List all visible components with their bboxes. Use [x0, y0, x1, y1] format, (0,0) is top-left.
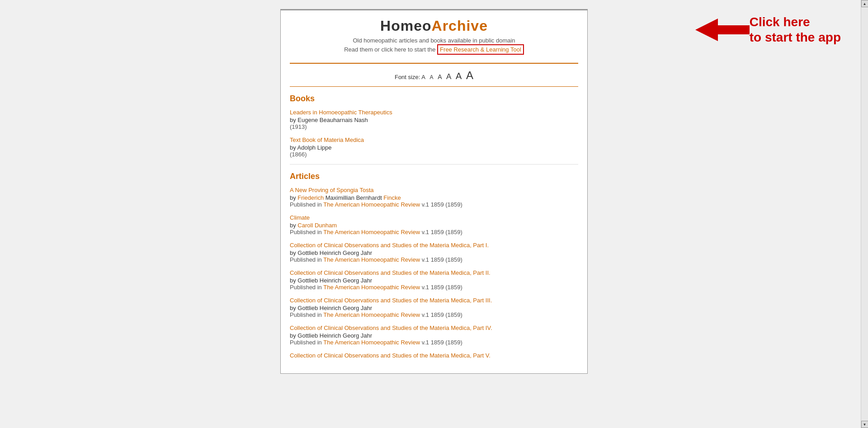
- book-title-1[interactable]: Leaders in Homoeopathic Therapeutics: [290, 109, 578, 116]
- article-author-6: by Gottlieb Heinrich Georg Jahr: [290, 332, 578, 339]
- articles-heading: Articles: [281, 170, 587, 185]
- arrow-icon: [695, 16, 750, 43]
- click-here-annotation: Click here to start the app: [695, 14, 841, 45]
- book-year-1: (1913): [290, 123, 578, 130]
- font-size-label: Font size: A: [395, 74, 425, 80]
- tagline-line1: Old homeopathic articles and books avail…: [353, 37, 515, 44]
- book-author-2: by Adolph Lippe: [290, 144, 578, 151]
- article-author-4: by Gottlieb Heinrich Georg Jahr: [290, 277, 578, 284]
- article-published-2: Published in The American Homoeopathic R…: [290, 229, 578, 235]
- article-item: Collection of Clinical Observations and …: [281, 240, 587, 268]
- article-title-5[interactable]: Collection of Clinical Observations and …: [290, 297, 578, 304]
- header-divider: [290, 63, 578, 64]
- article-author-1: by Friederich Maximillian Bernhardt Finc…: [290, 194, 578, 201]
- scroll-track[interactable]: [861, 7, 868, 421]
- article-title-7[interactable]: Collection of Clinical Observations and …: [290, 352, 578, 359]
- article-author-2: by Caroll Dunham: [290, 222, 578, 229]
- free-tool-link[interactable]: Free Research & Learning Tool: [440, 46, 521, 53]
- article-title-6[interactable]: Collection of Clinical Observations and …: [290, 325, 578, 331]
- content-divider: [290, 86, 578, 87]
- tagline-line2: Read them or click here to start the: [344, 46, 437, 53]
- font-size-a3[interactable]: A: [446, 72, 451, 81]
- scroll-down-button[interactable]: ▼: [861, 421, 868, 428]
- header-section: HomeoArchive Old homeopathic articles an…: [281, 10, 587, 58]
- article-author-3: by Gottlieb Heinrich Georg Jahr: [290, 249, 578, 256]
- title-archive: Archive: [432, 18, 488, 34]
- book-item: Text Book of Materia Medica by Adolph Li…: [281, 135, 587, 162]
- site-title: HomeoArchive: [290, 18, 578, 34]
- article-item: Collection of Clinical Observations and …: [281, 295, 587, 323]
- article-author-5: by Gottlieb Heinrich Georg Jahr: [290, 305, 578, 311]
- click-here-text: Click here to start the app: [750, 14, 841, 45]
- article-published-6: Published in The American Homoeopathic R…: [290, 339, 578, 346]
- font-size-bar: Font size: A A A A A A: [281, 67, 587, 85]
- book-year-2: (1866): [290, 151, 578, 158]
- header-tagline: Old homeopathic articles and books avail…: [290, 36, 578, 54]
- article-item: Collection of Clinical Observations and …: [281, 350, 587, 364]
- book-title-2[interactable]: Text Book of Materia Medica: [290, 136, 578, 143]
- article-item: Collection of Clinical Observations and …: [281, 323, 587, 350]
- font-size-a5[interactable]: A: [466, 69, 473, 81]
- article-item: Climate by Caroll Dunham Published in Th…: [281, 212, 587, 240]
- article-published-1: Published in The American Homoeopathic R…: [290, 201, 578, 208]
- font-size-a4[interactable]: A: [456, 71, 462, 81]
- main-container: HomeoArchive Old homeopathic articles an…: [280, 9, 588, 374]
- article-published-4: Published in The American Homoeopathic R…: [290, 284, 578, 291]
- books-heading: Books: [281, 92, 587, 107]
- title-homeo: Homeo: [380, 18, 431, 34]
- click-here-line1: Click here: [750, 14, 841, 30]
- font-size-a2[interactable]: A: [438, 73, 442, 80]
- book-author-1: by Eugene Beauharnais Nash: [290, 117, 578, 123]
- article-title-3[interactable]: Collection of Clinical Observations and …: [290, 242, 578, 249]
- font-size-a1[interactable]: A: [429, 74, 433, 80]
- article-published-5: Published in The American Homoeopathic R…: [290, 311, 578, 318]
- scrollbar-right[interactable]: ▲ ▼: [861, 0, 868, 428]
- article-item: Collection of Clinical Observations and …: [281, 268, 587, 295]
- article-title-2[interactable]: Climate: [290, 214, 578, 221]
- scroll-up-button[interactable]: ▲: [861, 0, 868, 7]
- article-item: A New Proving of Spongia Tosta by Friede…: [281, 185, 587, 212]
- svg-marker-0: [695, 19, 750, 41]
- books-articles-divider: [290, 164, 578, 165]
- article-published-3: Published in The American Homoeopathic R…: [290, 256, 578, 263]
- click-here-line2: to start the app: [750, 30, 841, 45]
- book-item: Leaders in Homoeopathic Therapeutics by …: [281, 107, 587, 135]
- article-title-4[interactable]: Collection of Clinical Observations and …: [290, 269, 578, 276]
- article-title-1[interactable]: A New Proving of Spongia Tosta: [290, 187, 578, 193]
